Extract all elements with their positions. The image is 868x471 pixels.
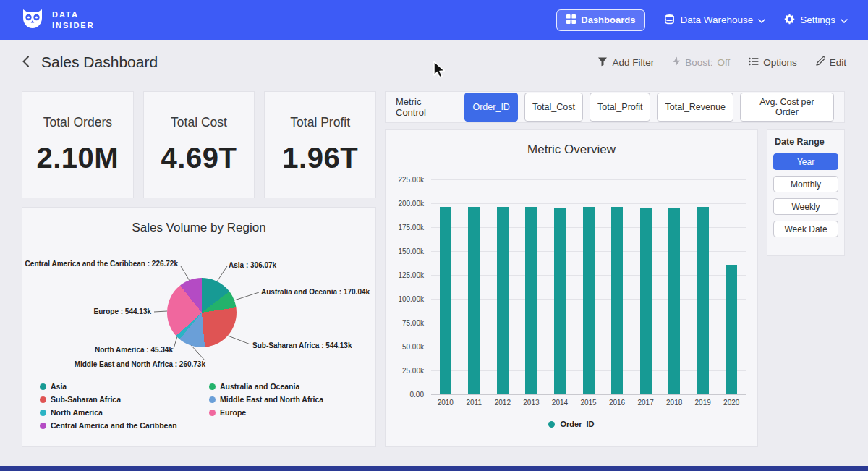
metric-control-label: Metric Control: [396, 96, 454, 118]
y-axis-tick-label: 200.00k: [389, 200, 424, 208]
boost-toggle[interactable]: Boost: Off: [673, 56, 730, 69]
pie-label-asia: Asia : 306.07k: [229, 261, 276, 269]
nav-data-warehouse-label: Data Warehouse: [680, 14, 753, 25]
bar-chart-card: Metric Overview 0.0025.00k50.00k75.00k10…: [385, 129, 758, 447]
x-axis-tick-label: 2011: [460, 399, 489, 407]
grid-icon: [566, 14, 576, 26]
legend-label: Middle East and North Africa: [220, 395, 323, 404]
owl-logo-icon: [20, 8, 45, 33]
x-axis-tick-label: 2010: [431, 399, 460, 407]
chevron-down-icon: [758, 14, 765, 25]
legend-label: Sub-Saharan Africa: [51, 395, 121, 404]
legend-dot-icon: [40, 410, 46, 416]
bar-chart-legend: Order_ID: [386, 420, 757, 428]
date-range-option-monthly[interactable]: Monthly: [773, 176, 838, 192]
bar-chart-title: Metric Overview: [386, 143, 757, 157]
bar-slot-2012: [488, 179, 517, 394]
x-axis-tick-label: 2016: [603, 399, 631, 407]
legend-item-north-america: North America: [40, 408, 177, 417]
bar-2017: [640, 208, 652, 395]
add-filter-button[interactable]: Add Filter: [597, 56, 654, 69]
date-range-card: Date Range YearMonthlyWeeklyWeek Date: [767, 129, 845, 256]
metric-option-avg-cost-per-order[interactable]: Avg. Cost per Order: [740, 93, 834, 122]
x-axis-tick-label: 2012: [488, 399, 517, 407]
legend-dot-icon: [548, 421, 555, 428]
legend-item-central-america-and-the-caribbean: Central America and the Caribbean: [40, 421, 177, 430]
bar-2018: [668, 208, 680, 394]
brand-logo: DATA INSIDER: [20, 8, 95, 33]
bar-chart-x-axis: 2010201120122013201420152016201720182019…: [431, 399, 746, 407]
bar-2010: [440, 207, 451, 394]
pie-chart: [167, 278, 237, 347]
lightning-icon: [673, 56, 681, 69]
bar-legend-label: Order_ID: [560, 420, 594, 428]
y-axis-tick-label: 175.00k: [389, 224, 424, 232]
dashboard-body: Total Orders 2.10MTotal Cost 4.69TTotal …: [0, 85, 868, 447]
bar-2014: [554, 208, 566, 394]
y-axis-tick-label: 25.00k: [389, 367, 424, 375]
y-axis-tick-label: 100.00k: [389, 295, 424, 303]
y-axis-tick-label: 125.00k: [389, 271, 424, 279]
bar-2013: [525, 207, 537, 394]
options-button[interactable]: Options: [749, 57, 797, 68]
metric-option-order-id[interactable]: Order_ID: [464, 93, 517, 122]
bar-2012: [497, 207, 509, 394]
gridline: [431, 394, 746, 395]
database-icon: [664, 14, 675, 27]
nav-data-warehouse[interactable]: Data Warehouse: [664, 14, 765, 27]
nav-settings[interactable]: Settings: [784, 14, 848, 27]
x-axis-tick-label: 2020: [717, 399, 746, 407]
metric-option-total-revenue[interactable]: Total_Revenue: [657, 93, 733, 122]
back-button[interactable]: [22, 56, 30, 69]
nav-settings-label: Settings: [800, 14, 835, 25]
nav-dashboards-label: Dashboards: [581, 14, 635, 25]
bar-slot-2010: [431, 179, 460, 394]
pie-label-central-america-and-the-caribbean: Central America and the Caribbean : 226.…: [25, 260, 178, 268]
bar-2016: [611, 207, 623, 394]
kpi-title: Total Cost: [171, 115, 227, 130]
list-icon: [749, 57, 759, 68]
pie-legend-column: AsiaSub-Saharan AfricaNorth AmericaCentr…: [40, 382, 177, 430]
bar-slot-2014: [545, 179, 574, 394]
bar-2020: [726, 265, 737, 394]
kpi-title: Total Orders: [43, 115, 112, 130]
bar-slot-2015: [574, 179, 603, 394]
legend-dot-icon: [40, 423, 46, 429]
bar-chart-plot: [431, 179, 746, 394]
bar-slot-2019: [689, 179, 718, 394]
date-range-title: Date Range: [775, 137, 838, 147]
boost-label: Boost:: [685, 57, 712, 68]
legend-dot-icon: [40, 396, 46, 403]
y-axis-tick-label: 50.00k: [389, 343, 424, 351]
x-axis-tick-label: 2013: [517, 399, 546, 407]
filter-funnel-icon: [597, 56, 608, 69]
pie-label-north-america: North America : 45.34k: [95, 346, 173, 354]
kpi-card-total-cost: Total Cost 4.69T: [143, 91, 255, 198]
kpi-value: 1.96T: [282, 142, 358, 174]
y-axis-tick-label: 0.00: [389, 391, 424, 399]
y-axis-tick-label: 75.00k: [389, 319, 424, 327]
edit-label: Edit: [830, 57, 846, 68]
legend-label: Asia: [51, 382, 67, 391]
pencil-icon: [816, 56, 825, 68]
metric-option-total-profit[interactable]: Total_Profit: [590, 93, 651, 122]
nav-dashboards-button[interactable]: Dashboards: [556, 9, 645, 31]
x-axis-tick-label: 2019: [689, 399, 718, 407]
bar-2011: [468, 207, 480, 394]
x-axis-tick-label: 2015: [574, 399, 603, 407]
legend-item-europe: Europe: [209, 408, 323, 417]
y-axis-tick-label: 225.00k: [389, 176, 424, 184]
date-range-option-weekly[interactable]: Weekly: [773, 198, 838, 215]
legend-dot-icon: [209, 410, 216, 416]
metric-option-total-cost[interactable]: Total_Cost: [524, 93, 583, 122]
kpi-title: Total Profit: [290, 115, 350, 130]
y-axis-tick-label: 150.00k: [389, 247, 424, 255]
bottom-window-strip: [0, 466, 868, 471]
bar-slot-2011: [460, 179, 489, 394]
kpi-card-total-orders: Total Orders 2.10M: [22, 91, 134, 198]
date-range-option-year[interactable]: Year: [773, 153, 838, 170]
edit-button[interactable]: Edit: [816, 56, 846, 68]
date-range-option-week-date[interactable]: Week Date: [773, 221, 838, 237]
metric-control-bar: Metric Control Order_IDTotal_CostTotal_P…: [385, 91, 845, 123]
legend-dot-icon: [209, 383, 216, 390]
